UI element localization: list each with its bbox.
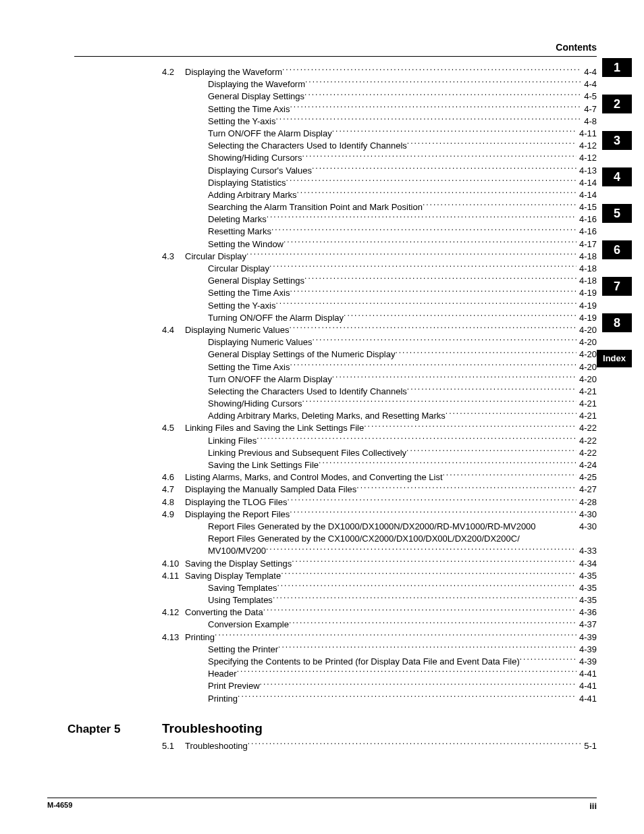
toc-num: 5.1 bbox=[162, 740, 185, 752]
tab-7[interactable]: 7 bbox=[602, 277, 632, 296]
toc-page: 4-8 bbox=[581, 115, 597, 128]
toc-page: 4-30 bbox=[576, 509, 597, 521]
toc-page: 4-18 bbox=[576, 251, 597, 263]
toc-title: Converting the Data bbox=[185, 606, 263, 619]
toc-title: Printing bbox=[208, 693, 238, 705]
toc-page: 4-18 bbox=[576, 275, 597, 287]
toc-row: Printing4-41 bbox=[162, 693, 597, 705]
toc-page: 4-22 bbox=[576, 447, 597, 459]
toc-leader bbox=[289, 619, 576, 627]
toc-row: Setting the Y-axis4-19 bbox=[162, 300, 597, 312]
toc-row: Report Files Generated by the DX1000/DX1… bbox=[162, 521, 597, 533]
toc-leader bbox=[443, 471, 576, 480]
toc-title: Saving Templates bbox=[208, 582, 277, 594]
toc-leader bbox=[332, 128, 576, 136]
toc-title: Setting the Time Axis bbox=[208, 287, 290, 299]
toc-page: 4-39 bbox=[576, 644, 597, 656]
toc-row: Print Preview4-41 bbox=[162, 680, 597, 692]
header-title: Contents bbox=[556, 42, 597, 53]
toc-row: 4.6Listing Alarms, Marks, and Control Mo… bbox=[162, 471, 597, 484]
toc-leader bbox=[395, 348, 576, 357]
toc-row: 4.7Displaying the Manually Sampled Data … bbox=[162, 484, 597, 496]
toc-num: 4.7 bbox=[162, 484, 185, 496]
toc-leader bbox=[312, 336, 576, 345]
toc-title: Setting the Window bbox=[208, 238, 284, 251]
toc-title: Linking Files and Saving the Link Settin… bbox=[185, 422, 364, 434]
toc-row: 4.2Displaying the Waveform4-4 bbox=[162, 66, 597, 78]
toc-page: 4-20 bbox=[576, 348, 597, 361]
tab-4[interactable]: 4 bbox=[602, 167, 632, 186]
toc-title: Showing/Hiding Cursors bbox=[208, 152, 302, 164]
toc-row: 5.1Troubleshooting5-1 bbox=[162, 740, 597, 752]
toc-row: Setting the Window4-17 bbox=[162, 238, 597, 251]
toc-leader bbox=[364, 422, 576, 431]
toc-title: Displaying Cursor's Values bbox=[208, 165, 312, 177]
toc-row: General Display Settings of the Numeric … bbox=[162, 348, 597, 361]
toc-leader bbox=[332, 373, 576, 382]
toc-page: 4-21 bbox=[576, 398, 597, 410]
toc-title: Printing bbox=[185, 631, 215, 644]
tab-6[interactable]: 6 bbox=[602, 240, 632, 259]
chapter-heading: Chapter 5 Troubleshooting bbox=[68, 721, 597, 736]
toc-title: Conversion Example bbox=[208, 619, 289, 631]
toc-page: 4-35 bbox=[576, 594, 597, 606]
toc-row: 4.12Converting the Data4-36 bbox=[162, 606, 597, 619]
toc-num: 4.8 bbox=[162, 496, 185, 509]
toc-leader bbox=[281, 570, 576, 579]
page: Contents 4.2Displaying the Waveform4-4Di… bbox=[0, 0, 644, 834]
toc-row: Circular Display4-18 bbox=[162, 263, 597, 275]
toc-row: Report Files Generated by the CX1000/CX2… bbox=[162, 533, 597, 545]
toc-title: Circular Display bbox=[208, 263, 269, 275]
tab-8[interactable]: 8 bbox=[602, 313, 632, 332]
toc-page: 4-19 bbox=[576, 287, 597, 299]
toc-title: Deleting Marks bbox=[208, 213, 267, 226]
toc-row: Resetting Marks4-16 bbox=[162, 226, 597, 238]
toc-page: 4-30 bbox=[576, 521, 597, 533]
toc-row: 4.10Saving the Display Settings4-34 bbox=[162, 558, 597, 570]
toc-row: Displaying Statistics4-14 bbox=[162, 177, 597, 189]
tab-1[interactable]: 1 bbox=[602, 58, 632, 77]
toc-title: Setting the Y-axis bbox=[208, 300, 275, 312]
toc-row: Linking Previous and Subsequent Files Co… bbox=[162, 447, 597, 459]
toc-leader bbox=[290, 361, 576, 370]
toc-num: 4.13 bbox=[162, 631, 185, 644]
toc-chapter5: 5.1Troubleshooting5-1 bbox=[162, 740, 597, 752]
toc-page: 4-41 bbox=[576, 668, 597, 680]
toc-page: 4-13 bbox=[576, 165, 597, 177]
toc-title: Displaying Statistics bbox=[208, 177, 286, 189]
toc-page: 4-35 bbox=[576, 582, 597, 594]
toc-page: 4-20 bbox=[576, 324, 597, 336]
tab-5[interactable]: 5 bbox=[602, 204, 632, 223]
toc-title: Displaying the Waveform bbox=[185, 66, 282, 78]
tab-2[interactable]: 2 bbox=[602, 95, 632, 113]
toc-page: 4-41 bbox=[576, 680, 597, 692]
toc-row: 4.3Circular Display4-18 bbox=[162, 251, 597, 263]
chapter-label: Chapter 5 bbox=[68, 723, 162, 736]
toc-leader bbox=[290, 287, 576, 296]
toc-row: Turning ON/OFF the Alarm Display4-19 bbox=[162, 312, 597, 324]
toc-num: 4.3 bbox=[162, 251, 185, 263]
toc-num: 4.2 bbox=[162, 66, 185, 78]
toc-row: Setting the Printer4-39 bbox=[162, 644, 597, 656]
toc-title: Header bbox=[208, 668, 237, 680]
tab-3[interactable]: 3 bbox=[602, 131, 632, 150]
toc-leader bbox=[238, 693, 576, 702]
toc-title: Adding Arbitrary Marks, Deleting Marks, … bbox=[208, 410, 446, 422]
toc-row: Displaying Cursor's Values4-13 bbox=[162, 165, 597, 177]
toc-page: 4-16 bbox=[576, 213, 597, 226]
toc-page: 4-37 bbox=[576, 619, 597, 631]
toc-title: Linking Files bbox=[208, 435, 257, 447]
toc-leader bbox=[319, 459, 576, 468]
toc-leader bbox=[302, 398, 576, 407]
tab-index[interactable]: Index bbox=[597, 350, 632, 367]
toc-row: Adding Arbitrary Marks4-14 bbox=[162, 189, 597, 201]
toc-page: 4-22 bbox=[576, 435, 597, 447]
toc-title: Setting the Time Axis bbox=[208, 103, 290, 115]
toc-title: Report Files Generated by the CX1000/CX2… bbox=[208, 533, 520, 545]
toc-title: Linking Previous and Subsequent Files Co… bbox=[208, 447, 406, 459]
toc-row: Turn ON/OFF the Alarm Display4-11 bbox=[162, 128, 597, 140]
toc-title: Resetting Marks bbox=[208, 226, 271, 238]
toc-num: 4.10 bbox=[162, 558, 185, 570]
toc-leader bbox=[215, 631, 576, 640]
footer-right: iii bbox=[589, 801, 597, 811]
